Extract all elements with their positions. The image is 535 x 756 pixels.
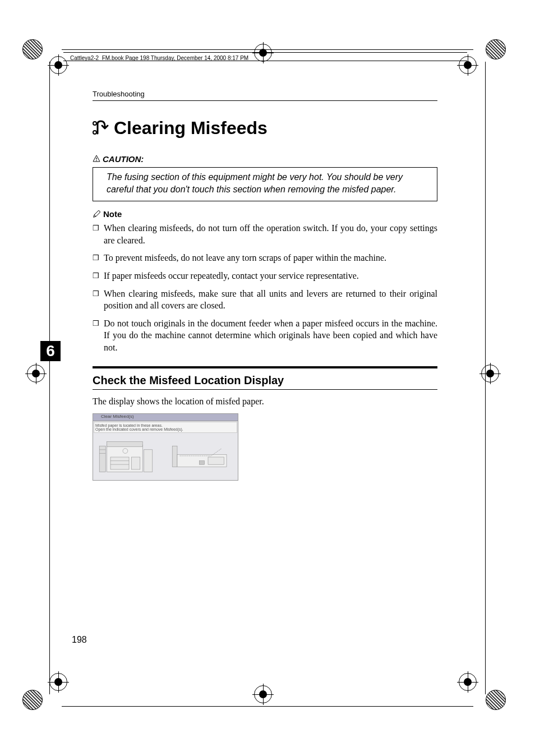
display-msg-line: Open the indicated covers and remove Mis…: [95, 427, 236, 431]
book-header: Cattleya2-2_FM.book Page 198 Thursday, D…: [70, 55, 248, 61]
list-item: When clearing misfeeds, do not turn off …: [93, 222, 437, 246]
display-body: [98, 439, 233, 476]
page-content: Troubleshooting Clearing Misfeeds CAUTIO…: [93, 90, 437, 481]
list-item: Do not touch originals in the document f…: [93, 317, 437, 354]
header-line: [63, 52, 467, 53]
page-title-row: Clearing Misfeeds: [93, 118, 437, 139]
crop-target: [254, 685, 281, 712]
note-heading: Note: [93, 209, 437, 219]
crop-line: [62, 706, 473, 707]
section-body: The display shows the location of misfed…: [93, 397, 437, 407]
svg-rect-9: [110, 457, 129, 469]
list-item: If paper misfeeds occur repeatedly, cont…: [93, 270, 437, 282]
note-label: Note: [103, 209, 122, 219]
crop-line: [49, 62, 50, 694]
feeder-illustration: [170, 439, 233, 476]
chapter-number: 6: [46, 342, 55, 360]
svg-rect-18: [200, 460, 205, 464]
crop-mark: [22, 690, 49, 717]
running-head: Troubleshooting: [93, 90, 437, 101]
page-title: Clearing Misfeeds: [114, 118, 268, 138]
misfeed-icon: [93, 119, 109, 136]
caution-text: The fusing section of this equipment mig…: [107, 172, 403, 194]
crop-line: [485, 62, 486, 694]
section-divider: [93, 366, 437, 368]
crop-target: [254, 44, 281, 71]
svg-rect-8: [107, 441, 142, 446]
svg-point-1: [93, 131, 96, 134]
crop-mark: [486, 690, 513, 717]
display-msg-line: Misfed paper is located in these areas.: [95, 423, 236, 427]
pen-icon: [93, 210, 101, 218]
warning-icon: [93, 155, 100, 163]
svg-point-0: [93, 122, 96, 125]
svg-rect-12: [131, 457, 140, 469]
crop-mark: [22, 39, 49, 66]
svg-rect-4: [99, 446, 105, 472]
list-item: To prevent misfeeds, do not leave any to…: [93, 252, 437, 264]
svg-rect-14: [144, 449, 152, 472]
chapter-tab: 6: [40, 341, 61, 361]
svg-rect-15: [172, 446, 177, 467]
note-list: When clearing misfeeds, do not turn off …: [93, 222, 437, 353]
crop-mark: [486, 39, 513, 66]
caution-box: The fusing section of this equipment mig…: [93, 167, 437, 201]
section-title: Check the Misfeed Location Display: [93, 374, 437, 387]
list-item: When clearing misfeeds, make sure that a…: [93, 288, 437, 312]
display-banner: Clear Misfeed(s): [93, 414, 238, 421]
crop-target: [459, 673, 486, 700]
page-number: 198: [72, 635, 87, 645]
svg-rect-17: [208, 457, 224, 464]
svg-point-3: [96, 160, 97, 162]
crop-target: [49, 673, 76, 700]
display-message: Misfed paper is located in these areas. …: [94, 422, 237, 433]
section-underline: [93, 389, 437, 390]
copier-illustration: [98, 439, 160, 476]
crop-line: [62, 49, 473, 50]
caution-label: CAUTION:: [93, 154, 437, 164]
display-screenshot: Clear Misfeed(s) Misfed paper is located…: [93, 413, 238, 481]
caution-label-text: CAUTION:: [103, 154, 144, 164]
